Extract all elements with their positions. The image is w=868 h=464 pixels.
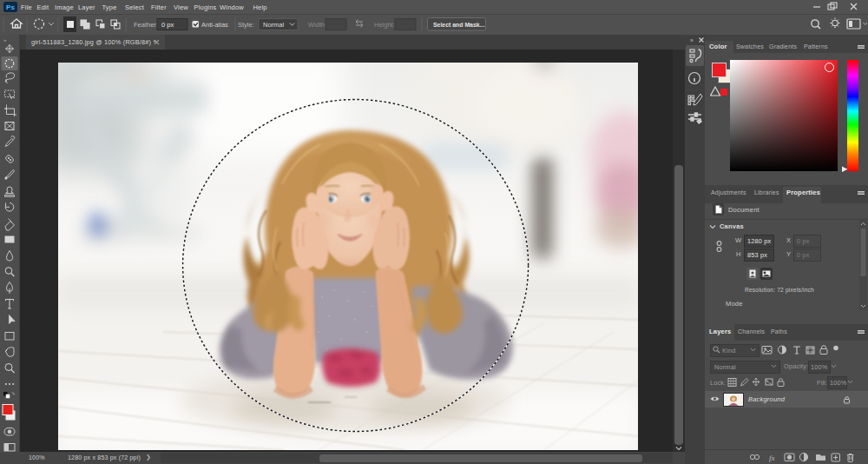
svg-text:0 px: 0 px xyxy=(161,21,174,29)
svg-text:»: » xyxy=(3,37,7,43)
svg-text:Ps: Ps xyxy=(6,3,15,11)
svg-text:Style:: Style: xyxy=(238,21,254,29)
svg-text:fx: fx xyxy=(769,454,775,462)
svg-text:Width:: Width: xyxy=(308,21,326,29)
svg-text:Feather:: Feather: xyxy=(134,21,158,29)
svg-text:Anti-alias: Anti-alias xyxy=(201,21,228,29)
svg-text:Height:: Height: xyxy=(374,21,395,29)
svg-text:»: » xyxy=(690,37,694,43)
svg-text:Normal: Normal xyxy=(263,21,285,29)
svg-text:Select and Mask...: Select and Mask... xyxy=(433,22,484,28)
